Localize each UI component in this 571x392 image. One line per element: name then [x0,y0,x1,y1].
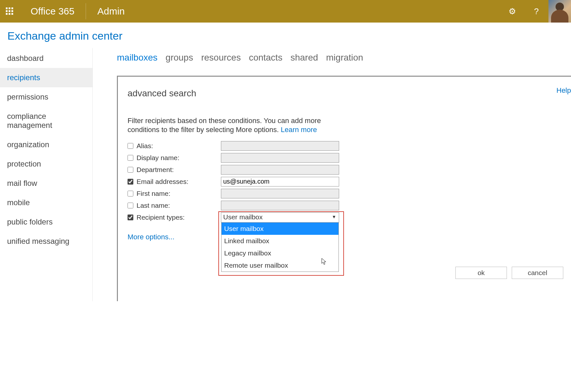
nav-item-mail-flow[interactable]: mail flow [0,174,92,193]
label-first: First name: [137,190,221,197]
main-area: mailboxesgroupsresourcescontactssharedmi… [93,48,571,301]
tab-strip: mailboxesgroupsresourcescontactssharedmi… [117,49,571,76]
checkbox-department[interactable] [128,167,133,173]
tab-migration[interactable]: migration [326,53,363,63]
top-bar: Office 365 Admin ⚙ ? [0,0,571,23]
tab-shared[interactable]: shared [290,53,318,63]
user-avatar[interactable] [548,0,571,23]
tab-resources[interactable]: resources [201,53,241,63]
input-first [221,189,339,198]
label-rtype: Recipient types: [137,214,221,221]
nav-item-compliance-management[interactable]: compliance management [0,107,92,135]
nav-item-organization[interactable]: organization [0,135,92,154]
tab-contacts[interactable]: contacts [249,53,282,63]
brand-label[interactable]: Office 365 [19,3,86,19]
cancel-button[interactable]: cancel [512,267,563,279]
filter-row-alias: Alias: [128,140,571,152]
checkbox-alias[interactable] [128,143,133,149]
input-department [221,165,339,175]
more-options-link[interactable]: More options... [128,233,175,241]
option-linked-mailbox[interactable]: Linked mailbox [222,235,338,247]
label-alias: Alias: [137,142,221,150]
label-last: Last name: [137,202,221,209]
checkbox-email[interactable] [128,179,133,185]
help-icon: ? [534,6,538,16]
panel-title: advanced search [128,88,571,99]
left-nav: dashboardrecipientspermissionscompliance… [0,48,93,301]
input-display [221,153,339,163]
option-remote-user-mailbox[interactable]: Remote user mailbox [222,259,338,272]
filter-form: Alias:Display name:Department:Email addr… [128,140,571,223]
svg-rect-0 [6,7,7,9]
cursor-icon [321,258,327,265]
filter-row-display: Display name: [128,152,571,164]
option-user-mailbox[interactable]: User mailbox [222,223,338,235]
advanced-search-panel: advanced search Help Filter recipients b… [117,76,571,301]
filter-row-first: First name: [128,187,571,199]
label-email: Email addresses: [137,178,221,186]
svg-rect-8 [11,13,13,14]
checkbox-first[interactable] [128,191,133,196]
tab-mailboxes[interactable]: mailboxes [117,53,157,63]
page-title: Exchange admin center [0,23,571,48]
waffle-icon [5,7,14,15]
nav-item-permissions[interactable]: permissions [0,87,92,107]
filter-row-rtype: Recipient types:User mailbox▼User mailbo… [128,211,571,223]
filter-row-department: Department: [128,164,571,176]
app-launcher-button[interactable] [0,0,19,23]
recipient-types-select-wrap: User mailbox▼User mailboxLinked mailboxL… [221,212,339,223]
checkbox-rtype[interactable] [128,215,133,220]
nav-item-recipients[interactable]: recipients [0,68,92,87]
svg-rect-7 [9,13,10,14]
ok-button[interactable]: ok [455,267,507,279]
option-legacy-mailbox[interactable]: Legacy mailbox [222,247,338,259]
help-link[interactable]: Help [557,86,571,95]
input-email[interactable] [221,177,339,186]
svg-rect-2 [11,7,13,9]
filter-row-last: Last name: [128,199,571,211]
label-department: Department: [137,166,221,174]
chevron-down-icon: ▼ [332,214,336,219]
svg-rect-5 [11,10,13,12]
panel-description: Filter recipients based on these conditi… [128,116,330,134]
svg-rect-4 [9,10,10,12]
settings-button[interactable]: ⚙ [500,0,524,23]
dialog-buttons: ok cancel [455,267,563,279]
help-button[interactable]: ? [524,0,548,23]
svg-rect-3 [6,10,7,12]
gear-icon: ⚙ [509,6,516,16]
label-display: Display name: [137,154,221,162]
input-alias [221,141,339,151]
nav-item-public-folders[interactable]: public folders [0,212,92,232]
checkbox-display[interactable] [128,155,133,161]
nav-item-protection[interactable]: protection [0,154,92,174]
tab-groups[interactable]: groups [166,53,193,63]
input-last [221,201,339,210]
filter-row-email: Email addresses: [128,176,571,187]
learn-more-link[interactable]: Learn more [281,126,317,134]
nav-item-unified-messaging[interactable]: unified messaging [0,232,92,251]
svg-rect-6 [6,13,7,14]
recipient-types-select[interactable]: User mailbox▼ [221,212,339,223]
checkbox-last[interactable] [128,203,133,208]
svg-rect-1 [9,7,10,9]
nav-item-dashboard[interactable]: dashboard [0,49,92,68]
nav-item-mobile[interactable]: mobile [0,193,92,212]
app-name-label[interactable]: Admin [86,0,136,23]
